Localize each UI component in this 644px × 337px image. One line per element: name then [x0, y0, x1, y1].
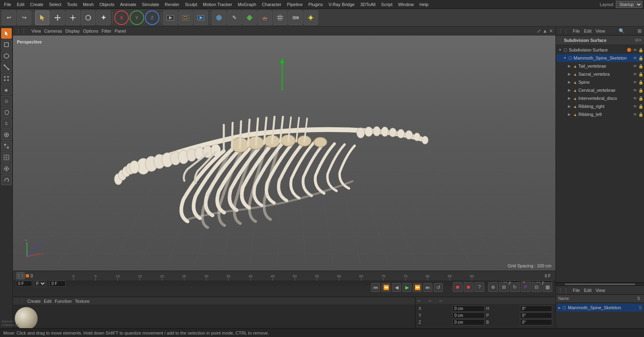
obj-item-tail[interactable]: ▶ ▲ Tail_vertebrae 👁 🔒: [557, 62, 643, 70]
record-options-button[interactable]: ⏺: [464, 282, 473, 292]
redo-button[interactable]: ↪: [17, 10, 31, 25]
render-preview-button[interactable]: [163, 10, 178, 25]
go-to-end-button[interactable]: ⏭: [423, 283, 432, 292]
viewport-menu-display[interactable]: Display: [65, 29, 80, 33]
param-key-button[interactable]: P: [521, 282, 530, 292]
scale-key-button[interactable]: ⊞: [499, 282, 509, 292]
viewport-menu-cameras[interactable]: Cameras: [44, 29, 62, 33]
obj-item-ribright[interactable]: ▶ ▲ Ribbing_right 👁 🔒: [557, 102, 643, 110]
pos-key-button[interactable]: ⊕: [488, 282, 498, 292]
pen-tool-button[interactable]: ✎: [227, 10, 242, 25]
undo-button[interactable]: ↩: [2, 10, 16, 25]
render-button[interactable]: [194, 10, 208, 25]
camera-tool-button[interactable]: [288, 10, 303, 25]
axis-y-button[interactable]: Y: [130, 10, 144, 25]
mat-menu-function[interactable]: Function: [55, 299, 72, 304]
rect-selection-button[interactable]: ⊡: [1, 96, 12, 106]
bottom-file[interactable]: File: [571, 288, 582, 293]
viewport-fullscreen-icon[interactable]: ▲: [543, 28, 547, 34]
scroll-thumb[interactable]: [565, 283, 635, 285]
menu-mesh[interactable]: Mesh: [80, 1, 96, 8]
subdivide-button[interactable]: [1, 152, 12, 163]
viewport-menu-filter[interactable]: Filter: [101, 29, 111, 33]
px-coord-value[interactable]: 0°: [520, 312, 552, 318]
select-tool-button[interactable]: [35, 10, 50, 25]
obj-manager-separator[interactable]: [556, 282, 644, 285]
obj-key-button[interactable]: ▦: [543, 282, 552, 292]
hz-coord-value[interactable]: 0°: [520, 319, 552, 325]
poly-tool-button[interactable]: [242, 10, 257, 25]
menu-character[interactable]: Character: [260, 1, 284, 8]
menu-vray[interactable]: V-Ray Bridge: [326, 1, 357, 8]
viewport-menu-options[interactable]: Options: [83, 29, 98, 33]
obj-item-sacral[interactable]: ▶ ▲ Sacral_vertebra 👁 🔒: [557, 70, 643, 78]
menu-edit[interactable]: Edit: [14, 1, 27, 8]
live-selection-button[interactable]: ◉: [1, 85, 12, 95]
obj-item-subdivision[interactable]: ▼ ⬡ Subdivision Surface 👁 🔒: [557, 46, 643, 54]
menu-pipeline[interactable]: Pipeline: [285, 1, 305, 8]
obj-item-mammoth[interactable]: ▼ ⬡ Mammoth_Spine_Skeleton 👁 🔒: [557, 54, 643, 62]
grid-key-button[interactable]: ⊟: [532, 282, 541, 292]
move-tool-button[interactable]: [50, 10, 65, 25]
sculpt-button[interactable]: [1, 175, 12, 185]
bottom-edit[interactable]: Edit: [582, 288, 593, 293]
edge-mode-button[interactable]: [1, 62, 12, 72]
menu-tools[interactable]: Tools: [64, 1, 80, 8]
step-forward-button[interactable]: ⏩: [413, 283, 422, 292]
object-mode-button[interactable]: [1, 39, 12, 50]
axis-z-button[interactable]: Z: [145, 10, 159, 25]
menu-window[interactable]: Window: [396, 1, 416, 8]
mat-menu-create[interactable]: Create: [27, 299, 41, 304]
viewport-close-icon[interactable]: ✕: [549, 28, 553, 34]
keyframe-help-button[interactable]: ?: [475, 282, 484, 292]
viewport-menu-panel[interactable]: Panel: [115, 29, 126, 33]
mat-menu-texture[interactable]: Texture: [75, 299, 89, 304]
lasso-selection-button[interactable]: [1, 107, 12, 118]
transform-tool-button[interactable]: ✚: [96, 10, 111, 25]
z-coord-value[interactable]: 0 cm: [452, 319, 485, 325]
record-button[interactable]: ⏺: [453, 282, 462, 292]
obj-mgr-file[interactable]: File: [571, 29, 582, 33]
menu-motiontracker[interactable]: Motion Tracker: [200, 1, 235, 8]
loop-selection-button[interactable]: S: [1, 118, 12, 129]
menu-script[interactable]: Script: [379, 1, 395, 8]
menu-create[interactable]: Create: [28, 1, 46, 8]
point-mode-button[interactable]: [1, 73, 12, 84]
frame-current-field[interactable]: [50, 281, 66, 287]
view-cube-button[interactable]: [212, 10, 226, 25]
obj-mgr-edit[interactable]: Edit: [582, 29, 593, 33]
menu-sculpt[interactable]: Sculpt: [182, 1, 200, 8]
obj-mgr-search-icon[interactable]: 🔍: [618, 27, 625, 35]
go-to-start-button[interactable]: ⏮: [371, 283, 380, 292]
obj-item-intervert[interactable]: ▶ ▲ Intervertebral_discs 👁 🔒: [557, 94, 643, 102]
frame-start-field[interactable]: [16, 281, 32, 287]
render-region-button[interactable]: [178, 10, 193, 25]
menu-render[interactable]: Render: [162, 1, 182, 8]
obj-item-spine[interactable]: ▶ ▲ Spine 👁 🔒: [557, 78, 643, 86]
menu-objects[interactable]: Objects: [97, 1, 117, 8]
menu-3dtoall[interactable]: 3DToAll: [358, 1, 378, 8]
uv-button[interactable]: [1, 163, 12, 174]
menu-file[interactable]: File: [2, 1, 14, 8]
menu-plugins[interactable]: Plugins: [306, 1, 325, 8]
play-button[interactable]: ▶: [402, 283, 411, 292]
obj-mgr-filter-icon[interactable]: ⊞: [637, 27, 642, 35]
move-button[interactable]: [1, 130, 12, 140]
obj-item-ribleft[interactable]: ▶ ▲ Ribbing_left 👁 🔒: [557, 110, 643, 118]
light-tool-button[interactable]: [303, 10, 318, 25]
mat-menu-edit[interactable]: Edit: [44, 299, 52, 304]
menu-mograph[interactable]: MoGraph: [235, 1, 259, 8]
layout-select[interactable]: Startup: [616, 1, 642, 8]
cursor-tool-button[interactable]: [1, 28, 12, 39]
rotate-tool-button[interactable]: [81, 10, 95, 25]
viewport-menu-view[interactable]: View: [31, 29, 41, 33]
step-back-button[interactable]: ⏪: [382, 283, 390, 292]
hx-coord-value[interactable]: 0°: [520, 306, 552, 312]
menu-select[interactable]: Select: [47, 1, 64, 8]
texture-button[interactable]: [1, 141, 12, 151]
menu-simulate[interactable]: Simulate: [140, 1, 162, 8]
menu-help[interactable]: Help: [417, 1, 431, 8]
menu-animate[interactable]: Animate: [118, 1, 138, 8]
bottom-view[interactable]: View: [594, 288, 607, 293]
tag-item-mammoth[interactable]: ▶ ⬡ Mammoth_Spine_Skeleton S: [557, 304, 643, 312]
